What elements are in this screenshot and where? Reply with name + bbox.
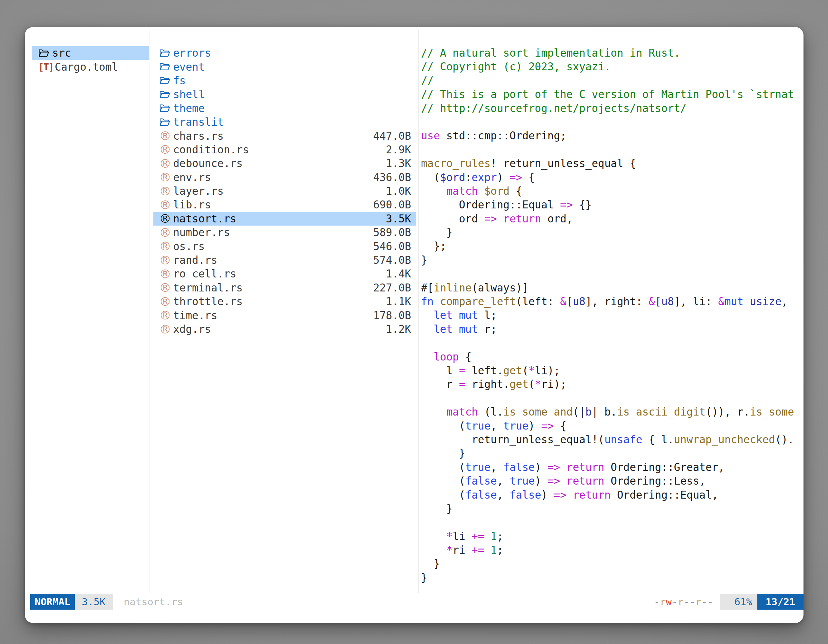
filename-label: natsort.rs <box>124 596 183 607</box>
preview-pane: // A natural sort implementation in Rust… <box>421 46 803 594</box>
file-row-shell[interactable]: shell <box>154 88 416 101</box>
item-label: throttle.rs <box>173 295 243 308</box>
code-line: // This is a port of the C version of Ma… <box>421 88 803 101</box>
file-size: 3.5K <box>386 213 411 225</box>
pane-separator-right <box>419 30 419 593</box>
open-folder-icon <box>159 61 173 72</box>
item-label: chars.rs <box>173 130 224 142</box>
open-folder-icon <box>38 47 52 59</box>
file-row-fs[interactable]: fs <box>154 74 416 88</box>
rust-file-icon: ® <box>159 185 173 197</box>
file-size: 436.0B <box>373 171 411 183</box>
code-line: *li += 1; <box>421 530 803 543</box>
item-label: env.rs <box>173 171 211 183</box>
code-line: ord => return ord, <box>421 212 803 226</box>
file-size: 1.3K <box>386 157 411 169</box>
file-row-number-rs[interactable]: ®number.rs589.0B <box>154 226 416 239</box>
code-line: }; <box>421 239 803 253</box>
code-line: // A natural sort implementation in Rust… <box>421 46 803 60</box>
file-size-badge: 3.5K <box>75 594 113 610</box>
rust-file-icon: ® <box>159 255 173 266</box>
file-row-ro-cell-rs[interactable]: ®ro_cell.rs1.4K <box>154 267 416 280</box>
code-line: // <box>421 74 803 88</box>
file-row-condition-rs[interactable]: ®condition.rs2.9K <box>154 143 416 157</box>
file-row-layer-rs[interactable]: ®layer.rs1.0K <box>154 184 416 198</box>
file-row-theme[interactable]: theme <box>154 102 416 115</box>
code-line: } <box>421 502 803 516</box>
rust-file-icon: ® <box>159 213 173 224</box>
parent-item-src[interactable]: src <box>32 46 149 60</box>
code-line: // http://sourcefrog.net/projects/natsor… <box>421 102 803 115</box>
file-row-xdg-rs[interactable]: ®xdg.rs1.2K <box>154 322 416 336</box>
code-line: #[inline(always)] <box>421 281 803 295</box>
file-row-terminal-rs[interactable]: ®terminal.rs227.0B <box>154 281 416 295</box>
code-line: (true, true) => { <box>421 419 803 433</box>
open-folder-icon <box>159 102 173 114</box>
file-row-rand-rs[interactable]: ®rand.rs574.0B <box>154 253 416 267</box>
file-row-os-rs[interactable]: ®os.rs546.0B <box>154 239 416 253</box>
file-size: 1.4K <box>386 268 411 280</box>
file-size: 447.0B <box>373 130 411 142</box>
item-label: theme <box>173 102 205 114</box>
rust-file-icon: ® <box>159 227 173 238</box>
open-folder-icon <box>159 116 173 128</box>
parent-item-cargo-toml[interactable]: [T]Cargo.toml <box>32 60 149 74</box>
item-label: errors <box>173 47 211 59</box>
item-label: Cargo.toml <box>55 61 118 73</box>
yazi-window: src[T]Cargo.toml errorseventfsshelltheme… <box>25 27 803 623</box>
code-line: let mut r; <box>421 322 803 336</box>
file-row-throttle-rs[interactable]: ®throttle.rs1.1K <box>154 295 416 308</box>
file-row-debounce-rs[interactable]: ®debounce.rs1.3K <box>154 157 416 170</box>
item-label: fs <box>173 74 186 87</box>
code-line: match $ord { <box>421 184 803 198</box>
current-pane: errorseventfsshellthemetranslit®chars.rs… <box>154 46 416 336</box>
file-size: 2.9K <box>386 144 411 156</box>
file-row-errors[interactable]: errors <box>154 46 416 60</box>
item-label: src <box>52 47 71 59</box>
file-row-time-rs[interactable]: ®time.rs178.0B <box>154 308 416 322</box>
file-row-env-rs[interactable]: ®env.rs436.0B <box>154 171 416 184</box>
code-line <box>421 391 803 405</box>
item-label: number.rs <box>173 226 230 239</box>
code-line <box>421 336 803 350</box>
code-line: *ri += 1; <box>421 543 803 557</box>
item-label: translit <box>173 116 224 128</box>
code-line <box>421 115 803 129</box>
code-line: match (l.is_some_and(|b| b.is_ascii_digi… <box>421 405 803 419</box>
code-line: (false, false) => return Ordering::Equal… <box>421 488 803 502</box>
code-line <box>421 267 803 280</box>
code-line: } <box>421 226 803 239</box>
cursor-position-badge: 13/21 <box>757 594 803 610</box>
code-line: ($ord:expr) => { <box>421 171 803 184</box>
status-left: NORMAL 3.5K natsort.rs <box>30 594 183 610</box>
preview-percent-badge: 61% <box>720 594 757 610</box>
file-row-translit[interactable]: translit <box>154 115 416 129</box>
code-line: l = left.get(*li); <box>421 364 803 378</box>
file-size: 178.0B <box>373 309 411 322</box>
item-label: condition.rs <box>173 144 249 156</box>
rust-file-icon: ® <box>159 268 173 280</box>
file-row-chars-rs[interactable]: ®chars.rs447.0B <box>154 129 416 143</box>
code-line: Ordering::Equal => {} <box>421 198 803 212</box>
code-line: } <box>421 253 803 267</box>
rust-file-icon: ® <box>159 310 173 321</box>
file-size: 1.0K <box>386 185 411 197</box>
toml-file-icon: [T] <box>38 61 55 72</box>
code-line: fn compare_left(left: &[u8], right: &[u8… <box>421 295 803 308</box>
pane-separator-left <box>149 30 150 593</box>
status-bar: NORMAL 3.5K natsort.rs -rw-r--r-- 61% 13… <box>25 594 803 610</box>
item-label: xdg.rs <box>173 323 211 335</box>
rust-file-icon: ® <box>159 324 173 335</box>
item-label: time.rs <box>173 309 217 322</box>
code-line: } <box>421 557 803 570</box>
item-label: layer.rs <box>173 185 224 197</box>
item-label: lib.rs <box>173 199 211 211</box>
file-row-event[interactable]: event <box>154 60 416 74</box>
file-size: 690.0B <box>373 199 411 211</box>
file-row-natsort-rs[interactable]: ®natsort.rs3.5K <box>154 212 416 226</box>
item-label: os.rs <box>173 240 205 253</box>
file-row-lib-rs[interactable]: ®lib.rs690.0B <box>154 198 416 212</box>
mode-badge: NORMAL <box>30 594 75 610</box>
open-folder-icon <box>159 75 173 86</box>
file-size: 1.2K <box>386 323 411 335</box>
